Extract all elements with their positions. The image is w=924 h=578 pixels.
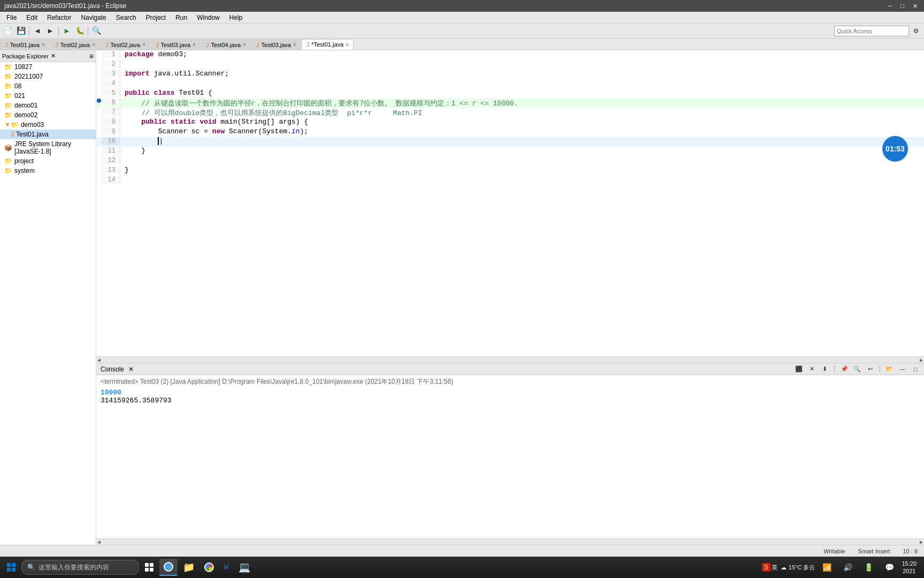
sidebar-item-system[interactable]: 📁 system (0, 166, 96, 176)
bp-marker-6 (96, 98, 102, 103)
sidebar-item-20211007[interactable]: 📁 20211007 (0, 72, 96, 81)
sidebar-item-jre[interactable]: 📦 JRE System Library [JavaSE-1.8] (0, 139, 96, 156)
taskbar-clock[interactable]: 15:20 2021 (902, 560, 917, 575)
volume-icon[interactable]: 🔊 (839, 559, 857, 576)
line-num-1: 1 (102, 50, 120, 58)
sidebar-item-project[interactable]: 📁 project (0, 156, 96, 166)
tab-4[interactable]: J Test04.java × (201, 39, 251, 50)
horizontal-scrollbar[interactable]: ◀ ▶ (96, 356, 924, 363)
chrome-button[interactable] (200, 559, 218, 576)
menu-window[interactable]: Window (192, 13, 224, 22)
sidebar-item-demo03[interactable]: ▼📁 demo03 (0, 120, 96, 130)
sidebar-item-test01[interactable]: J Test01.java (0, 130, 96, 139)
sidebar: Package Explorer ✕ ≡ 📁 10827 📁 20211007 … (0, 50, 96, 545)
menu-help[interactable]: Help (225, 13, 247, 22)
toolbar-search[interactable]: 🔍 (90, 25, 102, 37)
line-num-13: 13 (102, 166, 120, 174)
console-btn-clear[interactable]: ✕ (807, 365, 816, 374)
folder-icon-08: 📁 (4, 82, 12, 90)
taskbar-search[interactable]: 🔍 这里输入你要搜索的内容 (21, 560, 139, 575)
menu-navigate[interactable]: Navigate (76, 13, 110, 22)
console-btn-wrap[interactable]: ↩ (866, 365, 874, 374)
console-btn-min[interactable]: ─ (898, 365, 907, 374)
battery-icon[interactable]: 🔋 (860, 559, 877, 576)
tab-2-close[interactable]: × (142, 42, 145, 48)
jre-icon: 📦 (4, 144, 12, 151)
timer-display: 01:53 (886, 144, 905, 153)
tab-1[interactable]: J Test02.java × (50, 39, 100, 50)
menu-bar: File Edit Refactor Navigate Search Proje… (0, 12, 924, 24)
toolbar-sep2 (58, 26, 59, 36)
tab-3-close[interactable]: × (192, 42, 196, 48)
tab-2[interactable]: J Test02.java × (101, 39, 150, 50)
sidebar-item-demo02[interactable]: 📁 demo02 (0, 110, 96, 120)
eclipse-taskbar-icon[interactable] (159, 559, 178, 576)
console-sep1 (834, 366, 835, 373)
console-btn-stop[interactable]: ⬛ (795, 365, 803, 374)
sidebar-close[interactable]: ✕ (51, 52, 56, 59)
task-view-button[interactable] (140, 559, 158, 576)
code-line-12: 12 (96, 156, 924, 166)
toolbar-sep3 (88, 26, 88, 36)
menu-refactor[interactable]: Refactor (43, 13, 75, 22)
tab-5-close[interactable]: × (293, 42, 296, 48)
tab-3[interactable]: J Test03.java × (151, 39, 201, 50)
ime-button[interactable]: S 英 (762, 563, 777, 572)
menu-run[interactable]: Run (171, 13, 191, 22)
quick-access-input[interactable] (834, 26, 909, 36)
minimize-button[interactable]: ─ (886, 3, 895, 10)
toolbar-debug[interactable]: 🐛 (74, 25, 86, 37)
sidebar-label-demo02: demo02 (14, 111, 37, 119)
word-button[interactable]: W (219, 559, 233, 576)
toolbar-forward[interactable]: ▶ (44, 25, 56, 37)
console-output-num: 10000 (101, 389, 121, 397)
line-content-5: public class Test01 { (120, 89, 924, 97)
menu-search[interactable]: Search (112, 13, 141, 22)
console-btn-scroll[interactable]: ⬇ (820, 365, 829, 374)
toolbar-save[interactable]: 💾 (15, 25, 27, 37)
console-btn-open[interactable]: 📂 (886, 365, 894, 374)
toolbar-new[interactable]: 📄 (2, 25, 14, 37)
menu-project[interactable]: Project (142, 13, 170, 22)
start-button[interactable] (2, 559, 20, 576)
tab-0[interactable]: J Test01.java × (0, 39, 50, 50)
folder-icon-demo03: ▼📁 (4, 121, 19, 128)
svg-rect-1 (12, 563, 16, 567)
sidebar-item-08[interactable]: 📁 08 (0, 81, 96, 91)
sidebar-item-021[interactable]: 📁 021 (0, 91, 96, 101)
maximize-button[interactable]: □ (898, 3, 906, 10)
console-close[interactable]: ✕ (128, 366, 134, 373)
tab-3-icon: J (156, 42, 159, 48)
network-icon[interactable]: 📶 (818, 559, 836, 576)
folder-icon-10827: 📁 (4, 63, 12, 71)
toolbar-back[interactable]: ◀ (32, 25, 43, 37)
tab-4-close[interactable]: × (243, 42, 246, 48)
console-btn-pin[interactable]: 📌 (840, 365, 849, 374)
sidebar-menu[interactable]: ≡ (89, 52, 94, 60)
sidebar-item-demo01[interactable]: 📁 demo01 (0, 101, 96, 110)
tab-6-close[interactable]: × (345, 42, 349, 48)
tab-0-close[interactable]: × (42, 42, 45, 48)
line-num-2: 2 (102, 60, 120, 68)
tab-6[interactable]: J *Test01.java × (302, 39, 353, 50)
code-editor[interactable]: 1 package demo03; 2 3 import java.util.S… (96, 50, 924, 363)
console-title: Console (101, 366, 124, 373)
close-button[interactable]: ✕ (911, 3, 920, 10)
app-button[interactable]: 💻 (234, 559, 255, 576)
notification-icon[interactable]: 💬 (881, 559, 898, 576)
show-desktop-button[interactable] (920, 559, 922, 576)
console-btn-filter[interactable]: 🔍 (853, 365, 861, 374)
tab-1-close[interactable]: × (92, 42, 95, 48)
console-btn-max[interactable]: □ (911, 365, 920, 374)
toolbar-run[interactable]: ▶ (61, 25, 73, 37)
menu-file[interactable]: File (2, 13, 21, 22)
sidebar-label-system: system (14, 167, 35, 174)
tab-5[interactable]: J Test03.java × (251, 39, 301, 50)
file-explorer-button[interactable]: 📁 (179, 559, 199, 576)
console-scrollbar[interactable]: ◀ ▶ (96, 538, 924, 545)
code-line-9: 9 Scanner sc = new Scanner(System.in); (96, 127, 924, 137)
menu-edit[interactable]: Edit (22, 13, 42, 22)
toolbar-perspective[interactable]: ⚙ (910, 25, 922, 37)
sidebar-item-10827[interactable]: 📁 10827 (0, 62, 96, 72)
weather-button[interactable]: ☁ 15°C 多云 (781, 564, 815, 572)
